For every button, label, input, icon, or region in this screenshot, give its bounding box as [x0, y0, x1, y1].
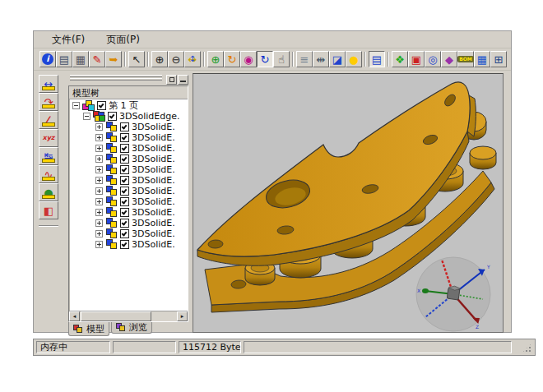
coordinate-dimension-button[interactable]: xyz [39, 129, 58, 147]
solid-display-button[interactable]: ◆ [441, 51, 457, 67]
visibility-checkbox[interactable] [120, 176, 129, 185]
3d-viewport[interactable]: X Y Z [193, 73, 504, 333]
visibility-checkbox[interactable] [120, 122, 129, 131]
distance-measure-button[interactable]: ↹ [39, 147, 58, 165]
tab-browse[interactable]: 浏览 [111, 322, 152, 334]
pan-view-button[interactable]: ↔ ↕ [184, 51, 201, 67]
tree-node-part[interactable]: 3DSolidE. [70, 186, 187, 196]
explode-view-button[interactable]: ◎ [425, 51, 441, 67]
collapse-icon[interactable] [83, 113, 90, 120]
print-button[interactable]: ▦ [72, 51, 89, 67]
report-table-button[interactable]: ▦ [474, 51, 490, 67]
visibility-checkbox[interactable] [120, 144, 129, 153]
zoom-out-button[interactable]: ⊖ [168, 51, 184, 67]
expand-icon[interactable] [95, 166, 103, 173]
notebook-view-button[interactable]: ▤ [369, 51, 385, 67]
pmi-dimension-button[interactable]: ⇹ [313, 51, 329, 67]
tree-horizontal-scrollbar[interactable]: ◂ ▸ [69, 311, 188, 321]
tree-node-part[interactable]: 3DSolidE. [70, 122, 187, 132]
scrollbar-thumb[interactable] [81, 311, 151, 321]
refresh-view-button[interactable]: ↻ [257, 51, 273, 67]
linear-dimension-button[interactable]: ↔ [39, 75, 58, 93]
collapse-icon[interactable] [72, 102, 80, 109]
zoom-window-button[interactable]: ⊕ [207, 51, 224, 67]
structure-tree-button[interactable]: ⊞ [490, 51, 507, 67]
tree-node-assembly[interactable]: 3DSolidEdge. [70, 111, 187, 122]
pages-icon [82, 100, 95, 111]
select-cursor-button[interactable]: ↖ [128, 51, 145, 67]
visibility-checkbox[interactable] [108, 112, 117, 121]
light-button[interactable]: ● [346, 51, 362, 67]
panel-float-button[interactable] [166, 75, 177, 85]
visibility-checkbox[interactable] [120, 187, 129, 196]
tree-node-part[interactable]: 3DSolidE. [70, 154, 187, 164]
tree-node-part[interactable]: 3DSolidE. [70, 196, 187, 207]
expand-icon[interactable] [95, 134, 103, 141]
toolbar-separator [124, 52, 126, 67]
tree-node-page[interactable]: 第 1 页 [70, 100, 187, 111]
part-icon [105, 132, 118, 143]
visibility-checkbox[interactable] [120, 197, 129, 206]
visibility-checkbox[interactable] [120, 154, 129, 164]
snapshot-button[interactable]: ▣ [408, 51, 425, 67]
layers-button[interactable]: ≡ [296, 51, 313, 67]
tree-node-label: 第 1 页 [109, 100, 138, 112]
tree-node-part[interactable]: 3DSolidE. [70, 228, 187, 239]
annotate-pen-button[interactable]: ✎ [89, 51, 105, 67]
radius-dimension-button[interactable]: ↷ [39, 93, 58, 111]
expand-icon[interactable] [95, 209, 103, 216]
menu-file[interactable]: 文件(F) [44, 31, 93, 48]
tree-node-part[interactable]: 3DSolidE. [70, 239, 187, 250]
orbit-ball[interactable]: X Y Z [416, 257, 490, 331]
expand-icon[interactable] [95, 219, 103, 227]
pan-hand-button[interactable]: ☝ [273, 51, 290, 67]
main-toolbar: i ▤ ▦ ✎ ➥ [34, 48, 511, 71]
visibility-checkbox[interactable] [97, 101, 106, 110]
visibility-checkbox[interactable] [120, 133, 129, 142]
expand-icon[interactable] [95, 155, 103, 163]
tree-node-part[interactable]: 3DSolidE. [70, 207, 187, 218]
expand-icon[interactable] [95, 241, 103, 248]
print-preview-button[interactable]: ▤ [56, 51, 72, 67]
tree-node-part[interactable]: 3DSolidE. [70, 175, 187, 186]
export-button[interactable]: ➥ [105, 51, 122, 67]
panel-gripper[interactable] [68, 75, 188, 85]
expand-icon[interactable] [95, 177, 103, 184]
view-3d-button[interactable]: ◪ [329, 51, 346, 67]
tree-node-part[interactable]: 3DSolidE. [70, 164, 187, 175]
visibility-checkbox[interactable] [120, 208, 129, 217]
rotate-view-button[interactable]: ↻ [224, 51, 240, 67]
orbit-view-button[interactable]: ◉ [240, 51, 257, 67]
expand-icon[interactable] [95, 198, 103, 205]
toolbar-icon: ↖ [132, 54, 142, 65]
resize-grip[interactable] [522, 343, 532, 353]
measure-icon: ∠ [44, 115, 53, 126]
info-button[interactable]: i [39, 51, 56, 67]
gripper-line [70, 78, 162, 81]
angle-dimension-button[interactable]: ∠ [39, 111, 58, 129]
area-measure-button[interactable]: ● [39, 183, 58, 201]
visibility-checkbox[interactable] [120, 165, 129, 174]
expand-icon[interactable] [95, 145, 103, 152]
panel-hide-button[interactable] [178, 75, 188, 85]
tree-node-part[interactable]: 3DSolidE. [70, 143, 187, 154]
zoom-in-button[interactable]: ⊕ [151, 51, 168, 67]
menu-page[interactable]: 页面(P) [98, 31, 148, 48]
part-icon [105, 218, 118, 228]
part-icon [105, 228, 118, 239]
transform-axes-button[interactable]: ❖ [392, 51, 408, 67]
curve-length-button[interactable]: ∿ [39, 165, 58, 183]
expand-icon[interactable] [95, 230, 103, 238]
visibility-checkbox[interactable] [120, 219, 129, 228]
scroll-right-icon[interactable]: ▸ [177, 311, 188, 321]
expand-icon[interactable] [95, 187, 103, 195]
bom-button[interactable]: BOM [457, 51, 474, 67]
scroll-left-icon[interactable]: ◂ [69, 311, 80, 321]
tree-node-part[interactable]: 3DSolidE. [70, 132, 187, 143]
expand-icon[interactable] [95, 123, 103, 131]
visibility-checkbox[interactable] [120, 240, 129, 249]
volume-measure-button[interactable]: ◧ [39, 201, 58, 219]
tree-node-part[interactable]: 3DSolidE. [70, 218, 187, 228]
tab-model[interactable]: 模型 [68, 322, 109, 336]
visibility-checkbox[interactable] [120, 229, 129, 238]
